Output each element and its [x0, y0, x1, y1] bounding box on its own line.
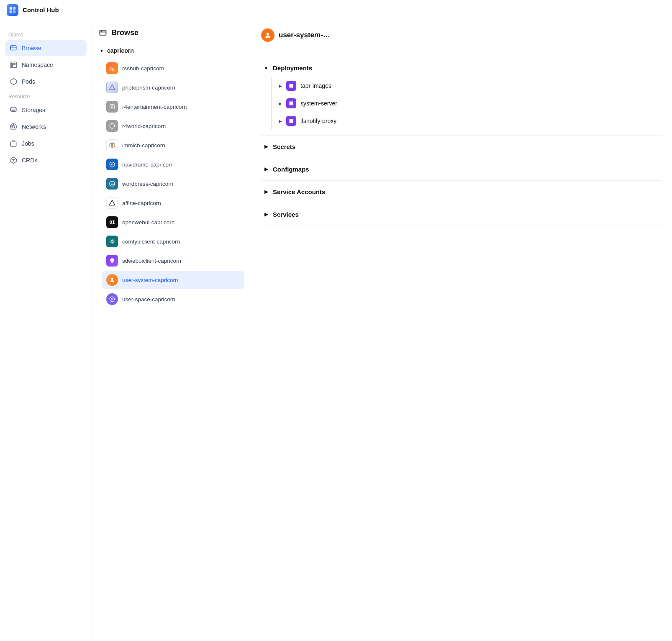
sidebar: Olares Browse Namespace [0, 20, 92, 641]
r4ent-icon [106, 101, 118, 113]
wordpress-icon [106, 178, 118, 190]
sidebar-pods-label: Pods [22, 78, 35, 85]
deployments-content: ▶ tapr-images ▶ system-server [261, 77, 662, 133]
jfsnotify-chevron-icon: ▶ [279, 119, 282, 123]
secrets-label: Secrets [273, 143, 295, 150]
tree-item-r4world[interactable]: r4world-capricorn [102, 117, 244, 135]
browse-panel-title: Browse [111, 28, 139, 37]
capricorn-tree-header[interactable]: ▼ capricorn [99, 46, 244, 56]
affine-icon [106, 197, 118, 209]
tree-item-userspace[interactable]: user-space-capricorn [102, 290, 244, 308]
svg-point-37 [111, 298, 112, 299]
secrets-header[interactable]: ▶ Secrets [261, 137, 662, 156]
svg-rect-3 [13, 10, 15, 13]
svg-point-36 [110, 297, 115, 302]
sidebar-crds-label: CRDs [22, 157, 37, 164]
sidebar-networks-label: Networks [22, 123, 46, 130]
sub-item-jfsnotify-proxy[interactable]: ▶ jfsnotify-proxy [274, 113, 662, 129]
tree-item-immich[interactable]: immich-capricorn [102, 136, 244, 154]
detail-header-title: user-system-… [279, 31, 330, 39]
browse-panel-icon [99, 29, 107, 37]
networks-icon [9, 123, 18, 131]
svg-point-34 [111, 241, 113, 243]
sidebar-item-jobs[interactable]: Jobs [5, 136, 87, 151]
svg-rect-7 [10, 62, 17, 68]
pods-icon [9, 77, 18, 86]
capricorn-label: capricorn [107, 47, 134, 54]
sidebar-item-storages[interactable]: Storages [5, 102, 87, 118]
userspace-label: user-space-capricorn [122, 296, 240, 303]
tapr-images-label: tapr-images [300, 82, 331, 89]
sub-item-tapr-images[interactable]: ▶ tapr-images [274, 77, 662, 94]
svg-point-32 [112, 164, 113, 165]
tree-item-usersystem[interactable]: user-system-capricorn [102, 271, 244, 289]
r4world-icon [106, 120, 118, 132]
tree-item-sdwebui[interactable]: sdwebuiclient-capricorn [102, 251, 244, 270]
comfyui-label: comfyuiclient-capricorn [122, 238, 240, 245]
tree-items-list: rsshub-capricorn photoprism-capricorn r4… [99, 59, 244, 308]
crds-icon [9, 156, 18, 164]
sidebar-item-pods[interactable]: Pods [5, 74, 87, 90]
storages-icon [9, 106, 18, 114]
comfyui-icon [106, 236, 118, 247]
tree-item-openwebui[interactable]: OI openwebui-capricorn [102, 213, 244, 231]
tree-item-wordpress[interactable]: wordpress-capricorn [102, 174, 244, 193]
svg-rect-25 [110, 105, 115, 109]
sidebar-item-browse[interactable]: Browse [5, 40, 87, 56]
secrets-section: ▶ Secrets [261, 137, 662, 158]
usersystem-icon [106, 274, 118, 286]
services-label: Services [273, 211, 299, 218]
svg-point-23 [110, 69, 111, 71]
service-accounts-label: Service Accounts [273, 188, 325, 195]
svg-rect-40 [290, 84, 293, 88]
sidebar-jobs-label: Jobs [22, 140, 34, 147]
svg-point-26 [111, 106, 113, 108]
deployments-header[interactable]: ▼ Deployments [261, 59, 662, 77]
photoprism-icon [106, 82, 118, 93]
affine-label: affine-capricorn [122, 200, 240, 206]
rsshub-icon [106, 62, 118, 74]
svg-point-27 [110, 123, 115, 128]
tree-item-affine[interactable]: affine-capricorn [102, 194, 244, 212]
sidebar-item-namespace[interactable]: Namespace [5, 57, 87, 73]
app-title: Control Hub [23, 6, 59, 13]
navidrome-label: navidrome-capricorn [122, 162, 240, 168]
deployments-label: Deployments [273, 64, 312, 72]
configmaps-header[interactable]: ▶ Configmaps [261, 160, 662, 179]
configmaps-section: ▶ Configmaps [261, 160, 662, 181]
svg-rect-0 [10, 7, 12, 9]
sidebar-item-crds[interactable]: CRDs [5, 152, 87, 168]
sidebar-item-networks[interactable]: Networks [5, 119, 87, 135]
tree-item-rsshub[interactable]: rsshub-capricorn [102, 59, 244, 77]
deployments-chevron-icon: ▼ [263, 65, 269, 72]
tree-item-r4entertainment[interactable]: r4entertainment-capricorn [102, 97, 244, 116]
tree-item-navidrome[interactable]: navidrome-capricorn [102, 155, 244, 174]
service-accounts-section: ▶ Service Accounts [261, 182, 662, 203]
tree-item-comfyui[interactable]: comfyuiclient-capricorn [102, 232, 244, 251]
svg-rect-41 [290, 102, 293, 105]
namespace-icon [9, 61, 18, 69]
browse-panel: Browse ▼ capricorn rsshub-capricorn phot… [92, 20, 251, 641]
svg-rect-2 [10, 10, 12, 13]
svg-rect-18 [10, 142, 16, 146]
tree-item-photoprism[interactable]: photoprism-capricorn [102, 78, 244, 97]
system-server-label: system-server [300, 100, 337, 107]
svg-line-16 [11, 125, 13, 126]
services-header[interactable]: ▶ Services [261, 205, 662, 224]
openwebui-label: openwebui-capricorn [122, 219, 240, 226]
service-accounts-header[interactable]: ▶ Service Accounts [261, 182, 662, 201]
title-bar: Control Hub [0, 0, 672, 20]
photoprism-label: photoprism-capricorn [122, 85, 240, 91]
browse-panel-header: Browse [99, 28, 244, 37]
openwebui-icon: OI [106, 216, 118, 228]
svg-point-12 [10, 107, 16, 109]
svg-point-39 [267, 33, 269, 35]
jfsnotify-proxy-icon [286, 116, 296, 126]
configmaps-chevron-icon: ▶ [263, 166, 269, 173]
svg-marker-11 [10, 79, 17, 85]
jfsnotify-proxy-label: jfsnotify-proxy [300, 118, 336, 124]
system-server-chevron-icon: ▶ [279, 101, 282, 106]
immich-label: immich-capricorn [122, 142, 240, 149]
sub-item-system-server[interactable]: ▶ system-server [274, 95, 662, 112]
sidebar-storages-label: Storages [22, 107, 45, 113]
